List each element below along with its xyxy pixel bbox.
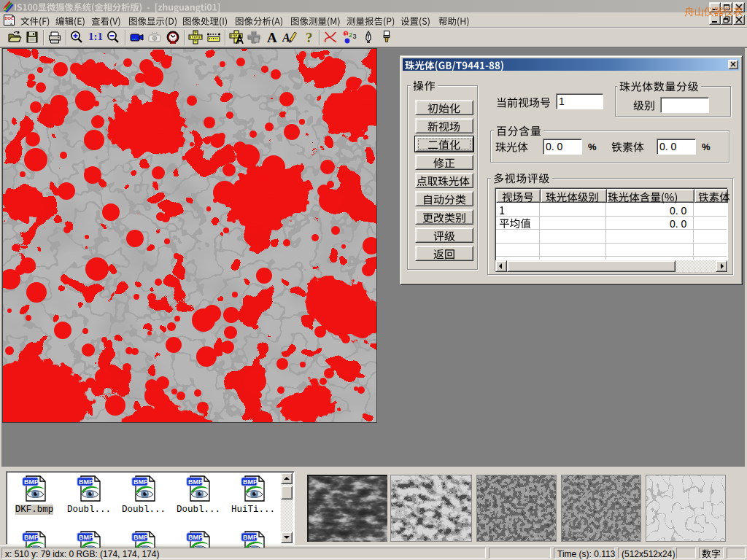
svg-text:BMP: BMP (188, 478, 203, 486)
svg-text:BMP: BMP (243, 478, 258, 486)
svg-text:?: ? (306, 30, 313, 44)
svg-text:BMP: BMP (133, 534, 148, 541)
svg-text:BMP: BMP (243, 534, 258, 541)
svg-text:BMP: BMP (188, 534, 203, 541)
svg-text:2: 2 (349, 31, 352, 39)
svg-text:BMP: BMP (24, 478, 39, 486)
svg-text:BMP: BMP (133, 478, 148, 486)
svg-text:BMP: BMP (24, 534, 39, 541)
svg-text:DOC: DOC (4, 16, 13, 20)
svg-text:1: 1 (345, 31, 348, 36)
svg-text:A: A (282, 31, 290, 44)
svg-text:A: A (267, 30, 277, 44)
svg-text:3: 3 (353, 33, 357, 40)
svg-text:BMP: BMP (79, 534, 93, 541)
svg-text:BMP: BMP (79, 478, 93, 486)
